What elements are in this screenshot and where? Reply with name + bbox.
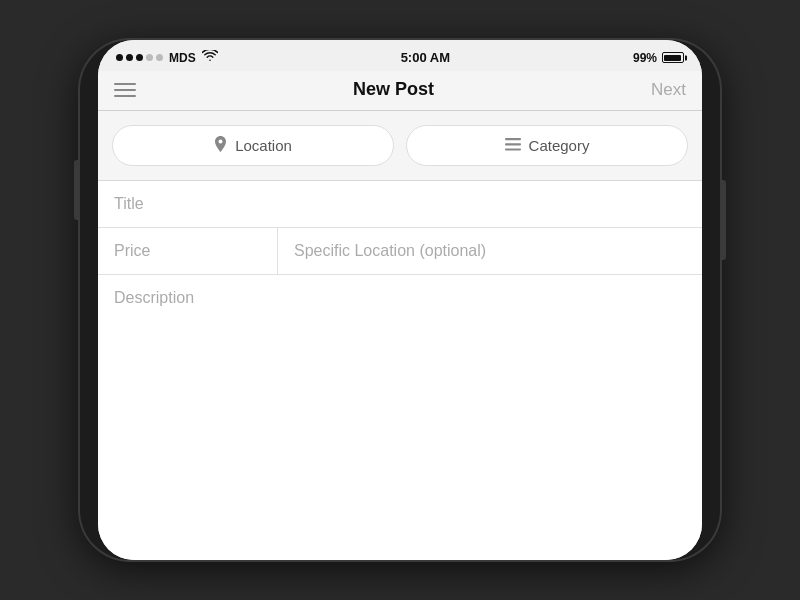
title-field[interactable]: Title xyxy=(98,181,702,228)
signal-dots xyxy=(116,54,163,61)
location-pin-icon xyxy=(214,136,227,155)
signal-dot-1 xyxy=(116,54,123,61)
hamburger-line-3 xyxy=(114,95,136,97)
location-selector-label: Location xyxy=(235,137,292,154)
price-field[interactable]: Price xyxy=(98,228,278,274)
selector-row: Location Category xyxy=(98,111,702,181)
status-right: 99% xyxy=(633,51,684,65)
status-left: MDS xyxy=(116,50,218,65)
location-selector[interactable]: Location xyxy=(112,125,394,166)
signal-dot-4 xyxy=(146,54,153,61)
battery-percentage: 99% xyxy=(633,51,657,65)
description-placeholder: Description xyxy=(114,289,194,306)
price-location-row: Price Specific Location (optional) xyxy=(98,228,702,275)
specific-location-field[interactable]: Specific Location (optional) xyxy=(278,228,702,274)
wifi-icon xyxy=(202,50,218,65)
signal-dot-3 xyxy=(136,54,143,61)
content-area: Location Category Title xyxy=(98,111,702,560)
category-selector-label: Category xyxy=(529,137,590,154)
category-icon xyxy=(505,138,521,154)
specific-location-placeholder: Specific Location (optional) xyxy=(294,242,486,259)
hamburger-line-1 xyxy=(114,83,136,85)
battery-icon xyxy=(662,52,684,63)
phone-shell: MDS 5:00 AM 99% xyxy=(80,40,720,560)
svg-rect-0 xyxy=(505,138,521,140)
next-button[interactable]: Next xyxy=(651,80,686,100)
price-placeholder: Price xyxy=(114,242,150,259)
hamburger-line-2 xyxy=(114,89,136,91)
signal-dot-5 xyxy=(156,54,163,61)
menu-button[interactable] xyxy=(114,83,136,97)
description-field[interactable]: Description xyxy=(98,275,702,321)
screen: MDS 5:00 AM 99% xyxy=(98,40,702,560)
carrier-label: MDS xyxy=(169,51,196,65)
status-bar: MDS 5:00 AM 99% xyxy=(98,40,702,71)
title-placeholder: Title xyxy=(114,195,144,213)
nav-bar: New Post Next xyxy=(98,71,702,111)
page-title: New Post xyxy=(353,79,434,100)
signal-dot-2 xyxy=(126,54,133,61)
time-display: 5:00 AM xyxy=(401,50,450,65)
category-selector[interactable]: Category xyxy=(406,125,688,166)
svg-rect-2 xyxy=(505,148,521,150)
svg-rect-1 xyxy=(505,143,521,145)
